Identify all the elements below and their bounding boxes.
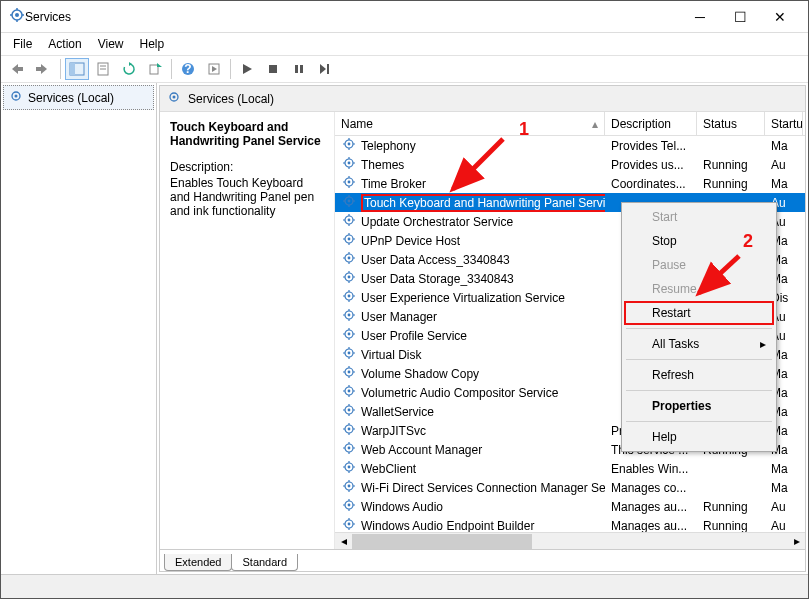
list-header: Name▴ Description Status Startup Type — [335, 112, 805, 136]
svg-point-81 — [348, 295, 351, 298]
svg-rect-16 — [150, 65, 158, 74]
menu-view[interactable]: View — [90, 35, 132, 53]
service-name-text: Touch Keyboard and Handwriting Panel Ser… — [361, 194, 605, 212]
app-icon — [9, 7, 25, 26]
service-name-text: Time Broker — [361, 177, 426, 191]
service-row[interactable]: Time BrokerCoordinates...RunningMa — [335, 174, 805, 193]
column-description[interactable]: Description — [605, 112, 697, 135]
context-menu-pause: Pause — [624, 253, 774, 277]
help-icon[interactable]: ? — [176, 58, 200, 80]
context-menu-properties[interactable]: Properties — [624, 394, 774, 418]
svg-marker-21 — [212, 66, 217, 72]
gear-icon — [341, 402, 357, 421]
right-header-label: Services (Local) — [188, 92, 274, 106]
context-menu-separator — [626, 328, 772, 329]
scroll-right-button[interactable]: ▸ — [788, 533, 805, 550]
service-name-text: Volume Shadow Copy — [361, 367, 479, 381]
properties-icon[interactable] — [91, 58, 115, 80]
svg-point-105 — [348, 371, 351, 374]
context-menu-refresh[interactable]: Refresh — [624, 363, 774, 387]
service-row[interactable]: Wi-Fi Direct Services Connection Manager… — [335, 478, 805, 497]
service-name-text: Wi-Fi Direct Services Connection Manager… — [361, 481, 605, 495]
window-title: Services — [25, 10, 680, 24]
service-desc: Manages co... — [605, 481, 697, 495]
scroll-left-button[interactable]: ◂ — [335, 533, 352, 550]
scroll-thumb[interactable] — [352, 534, 532, 549]
svg-rect-25 — [300, 65, 303, 73]
service-status: Running — [697, 500, 765, 514]
column-startup[interactable]: Startup Type — [765, 112, 803, 135]
service-name-text: Themes — [361, 158, 404, 172]
service-name-text: Update Orchestrator Service — [361, 215, 513, 229]
service-status: Running — [697, 177, 765, 191]
service-row[interactable]: ThemesProvides us...RunningAu — [335, 155, 805, 174]
gear-icon — [341, 231, 357, 250]
context-menu-help[interactable]: Help — [624, 425, 774, 449]
context-menu-separator — [626, 421, 772, 422]
restart-service-button[interactable] — [313, 58, 337, 80]
right-pane-header: Services (Local) — [160, 86, 805, 112]
column-status[interactable]: Status — [697, 112, 765, 135]
service-desc: Provides Tel... — [605, 139, 697, 153]
column-name[interactable]: Name▴ — [335, 112, 605, 135]
maximize-button[interactable]: ☐ — [720, 2, 760, 32]
horizontal-scrollbar[interactable]: ◂ ▸ — [335, 532, 805, 549]
refresh-button[interactable] — [117, 58, 141, 80]
service-name-text: User Data Access_3340843 — [361, 253, 510, 267]
service-desc: Provides us... — [605, 158, 697, 172]
svg-point-147 — [348, 504, 351, 507]
service-name-text: Web Account Manager — [361, 443, 482, 457]
svg-point-123 — [348, 428, 351, 431]
svg-point-69 — [348, 257, 351, 260]
tree-root-services-local[interactable]: Services (Local) — [3, 85, 154, 110]
context-menu-stop[interactable]: Stop — [624, 229, 774, 253]
export-button[interactable] — [143, 58, 167, 80]
forward-button[interactable] — [32, 58, 56, 80]
back-button[interactable] — [6, 58, 30, 80]
stop-service-button[interactable] — [261, 58, 285, 80]
context-menu-separator — [626, 359, 772, 360]
service-row[interactable]: TelephonyProvides Tel...Ma — [335, 136, 805, 155]
gear-icon — [341, 478, 357, 497]
service-name-text: Volumetric Audio Compositor Service — [361, 386, 558, 400]
service-name-text: WarpJITSvc — [361, 424, 426, 438]
service-startup: Au — [765, 500, 803, 514]
svg-point-1 — [15, 13, 19, 17]
pause-service-button[interactable] — [287, 58, 311, 80]
svg-point-29 — [15, 95, 18, 98]
service-name-text: User Data Storage_3340843 — [361, 272, 514, 286]
svg-point-111 — [348, 390, 351, 393]
svg-point-39 — [348, 162, 351, 165]
tab-standard[interactable]: Standard — [231, 554, 298, 571]
menu-action[interactable]: Action — [40, 35, 89, 53]
service-name-text: Telephony — [361, 139, 416, 153]
menu-file[interactable]: File — [5, 35, 40, 53]
description-label: Description: — [170, 160, 324, 174]
service-row[interactable]: Windows AudioManages au...RunningAu — [335, 497, 805, 516]
gear-icon — [341, 193, 357, 212]
svg-point-33 — [348, 143, 351, 146]
close-button[interactable]: ✕ — [760, 2, 800, 32]
service-name-text: User Experience Virtualization Service — [361, 291, 565, 305]
context-menu-restart[interactable]: Restart — [624, 301, 774, 325]
gear-icon — [341, 383, 357, 402]
svg-rect-27 — [327, 64, 329, 74]
start-service-button[interactable] — [235, 58, 259, 80]
svg-point-117 — [348, 409, 351, 412]
tab-extended[interactable]: Extended — [164, 554, 232, 571]
gear-icon — [341, 155, 357, 174]
service-desc: Enables Win... — [605, 462, 697, 476]
service-startup: Au — [765, 519, 803, 533]
service-row[interactable]: WebClientEnables Win...Ma — [335, 459, 805, 478]
context-menu-all-tasks[interactable]: All Tasks — [624, 332, 774, 356]
service-row[interactable]: Windows Audio Endpoint BuilderManages au… — [335, 516, 805, 532]
show-hide-tree-button[interactable] — [65, 58, 89, 80]
service-status: Running — [697, 519, 765, 533]
svg-marker-22 — [243, 64, 252, 74]
gear-icon — [341, 516, 357, 532]
toolbar-play-icon[interactable] — [202, 58, 226, 80]
svg-marker-26 — [320, 64, 326, 74]
minimize-button[interactable]: ─ — [680, 2, 720, 32]
menu-help[interactable]: Help — [132, 35, 173, 53]
svg-rect-11 — [70, 63, 75, 75]
